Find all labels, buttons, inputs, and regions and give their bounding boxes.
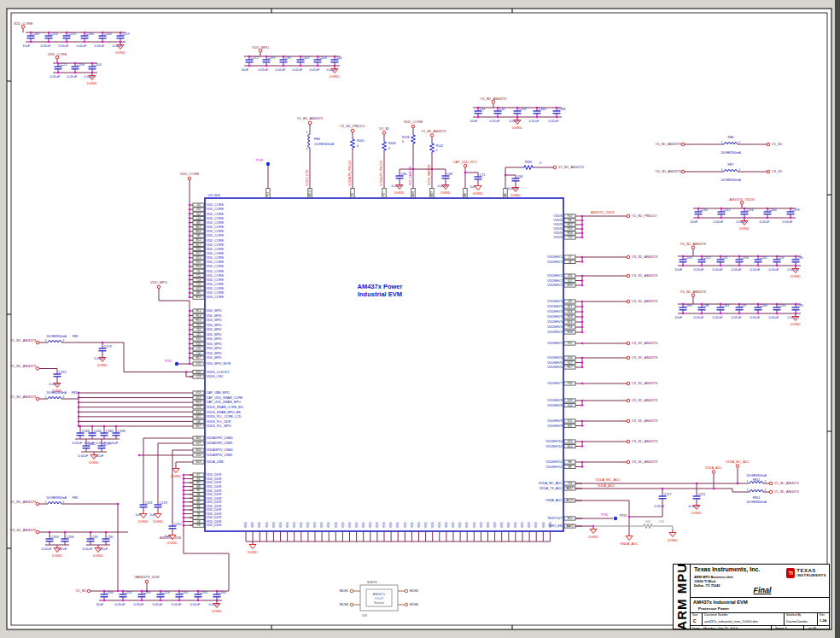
svg-text:0.01uF: 0.01uF	[73, 442, 84, 445]
size-label: Size	[692, 613, 697, 617]
svg-text:C92: C92	[722, 256, 728, 260]
svg-text:VDD_DDR: VDD_DDR	[207, 520, 222, 524]
svg-text:G11: G11	[568, 419, 573, 423]
svg-text:CAP_VDD_SRAM_MPU: CAP_VDD_SRAM_MPU	[207, 401, 242, 404]
svg-text:C231: C231	[125, 591, 132, 594]
svg-text:10uF: 10uF	[691, 220, 698, 224]
svg-text:VDDS_SRAM_MPU_BB: VDDS_SRAM_MPU_BB	[207, 411, 242, 414]
svg-text:10OHM1800mA: 10OHM1800mA	[46, 391, 67, 395]
svg-text:VSSA_ADC: VSSA_ADC	[545, 499, 563, 502]
svg-text:VDDS_OSC: VDDS_OSC	[207, 375, 225, 378]
svg-text:10OHM1800mA: 10OHM1800mA	[46, 335, 67, 338]
svg-text:VSS: VSS	[473, 522, 476, 528]
svg-text:V1_8D_PMLDO: V1_8D_PMLDO	[632, 214, 656, 218]
svg-text:0.01uF: 0.01uF	[714, 220, 725, 224]
svg-text:10OHM1800mA: 10OHM1800mA	[314, 143, 335, 146]
svg-text:VDD_CORE: VDD_CORE	[207, 248, 225, 251]
svg-text:P17: P17	[196, 252, 201, 255]
svg-text:0.01uF: 0.01uF	[134, 603, 145, 606]
svg-text:VDDA_TS_ADC: VDDA_TS_ADC	[540, 487, 563, 490]
svg-text:0.01uF: 0.01uF	[310, 68, 321, 72]
svg-text:2: 2	[63, 395, 65, 399]
svg-text:VDD_CORE: VDD_CORE	[207, 296, 225, 299]
svg-text:K15: K15	[196, 337, 201, 341]
svg-text:VDD_TAMPER: VDD_TAMPER	[409, 166, 412, 185]
svg-text:V3_3D_AM437X: V3_3D_AM437X	[632, 355, 658, 360]
svg-text:0.01uF: 0.01uF	[115, 603, 126, 606]
svg-text:VSS: VSS	[382, 522, 386, 528]
svg-text:C194: C194	[741, 256, 749, 260]
svg-text:VSS: VSS	[438, 522, 441, 528]
svg-text:W18: W18	[567, 331, 573, 334]
svg-text:V1_8D: V1_8D	[75, 588, 86, 593]
svg-text:FB7: FB7	[728, 163, 734, 167]
svg-text:H8: H8	[568, 460, 571, 464]
svg-text:10uF: 10uF	[470, 120, 478, 123]
svg-text:VDDS_PLL_CORE_LCD: VDDS_PLL_CORE_LCD	[207, 415, 242, 419]
svg-text:DGND: DGND	[52, 553, 62, 558]
svg-text:K17: K17	[568, 305, 573, 308]
svg-text:P19: P19	[568, 227, 573, 231]
sheet-title: AM437x Industrial EVM	[693, 600, 748, 605]
svg-text:V3_3D_AM437X: V3_3D_AM437X	[632, 419, 658, 423]
svg-text:N19: N19	[568, 320, 573, 324]
svg-text:1: 1	[721, 168, 723, 172]
svg-text:M12: M12	[195, 225, 201, 229]
svg-text:AM437X_VDDS: AM437X_VDDS	[591, 210, 615, 214]
svg-text:N8: N8	[196, 493, 200, 496]
svg-text:C224: C224	[162, 591, 170, 594]
svg-text:Industrial EVM: Industrial EVM	[358, 290, 402, 298]
svg-text:VDD_MPU: VDD_MPU	[207, 328, 222, 331]
svg-text:2: 2	[739, 168, 741, 172]
svg-text:10OHM1800mA: 10OHM1800mA	[720, 179, 741, 182]
svg-text:H13: H13	[196, 309, 201, 313]
svg-text:0.01uF: 0.01uF	[293, 68, 304, 72]
svg-text:M9: M9	[196, 221, 201, 225]
svg-text:10uF: 10uF	[242, 68, 249, 72]
svg-text:VDDA_MC_ADC: VDDA_MC_ADC	[539, 482, 563, 485]
svg-text:0.01uF: 0.01uF	[750, 268, 761, 272]
svg-text:C201: C201	[760, 256, 767, 260]
svg-text:1: 1	[45, 395, 47, 399]
svg-text:AB12: AB12	[567, 487, 574, 490]
svg-text:C40: C40	[336, 56, 342, 60]
svg-text:V1_8D_AM437X: V1_8D_AM437X	[10, 500, 37, 504]
svg-text:H17: H17	[568, 366, 573, 369]
svg-text:0.01uF: 0.01uF	[713, 316, 724, 319]
svg-text:V3_3D_AM437X: V3_3D_AM437X	[632, 381, 658, 385]
svg-text:C82: C82	[447, 173, 453, 176]
svg-text:C189: C189	[685, 304, 692, 307]
svg-text:VSS: VSS	[480, 522, 483, 528]
svg-text:DGND: DGND	[97, 363, 108, 367]
svg-text:DGND: DGND	[790, 322, 801, 326]
svg-text:0.01uF: 0.01uF	[655, 505, 666, 508]
svg-text:M17: M17	[195, 356, 201, 360]
svg-text:2: 2	[739, 141, 741, 144]
svg-text:1: 1	[306, 131, 308, 134]
svg-text:W9: W9	[196, 291, 201, 295]
svg-text:VDD_DDR: VDD_DDR	[207, 485, 222, 489]
svg-text:0.01uF: 0.01uF	[713, 268, 724, 272]
svg-text:DNI: DNI	[659, 520, 664, 524]
svg-text:C160: C160	[539, 108, 546, 111]
svg-text:F13: F13	[196, 406, 201, 409]
svg-text:VDD_CORE: VDD_CORE	[207, 252, 225, 255]
svg-text:Socket: Socket	[374, 600, 385, 605]
svg-text:C159: C159	[519, 108, 527, 111]
svg-text:VDD_CORE: VDD_CORE	[14, 21, 33, 26]
title-block-banner: ARM MPU	[674, 565, 691, 629]
svg-text:E13: E13	[196, 396, 201, 400]
svg-text:C200: C200	[769, 208, 777, 212]
svg-text:C178: C178	[160, 501, 167, 505]
svg-text:A6: A6	[504, 193, 507, 196]
svg-text:DGND: DGND	[330, 74, 340, 79]
svg-text:VDD_CORE: VDD_CORE	[207, 213, 225, 216]
svg-text:V1_8D_AM437X: V1_8D_AM437X	[558, 165, 584, 169]
svg-text:VSS: VSS	[306, 522, 310, 528]
doc-label: Document Number	[704, 613, 728, 617]
svg-text:VDD_CORE: VDD_CORE	[207, 239, 225, 243]
svg-text:K20: K20	[196, 342, 201, 346]
svg-text:H11: H11	[568, 424, 573, 428]
svg-text:T8: T8	[197, 512, 201, 516]
svg-text:1: 1	[45, 339, 47, 342]
